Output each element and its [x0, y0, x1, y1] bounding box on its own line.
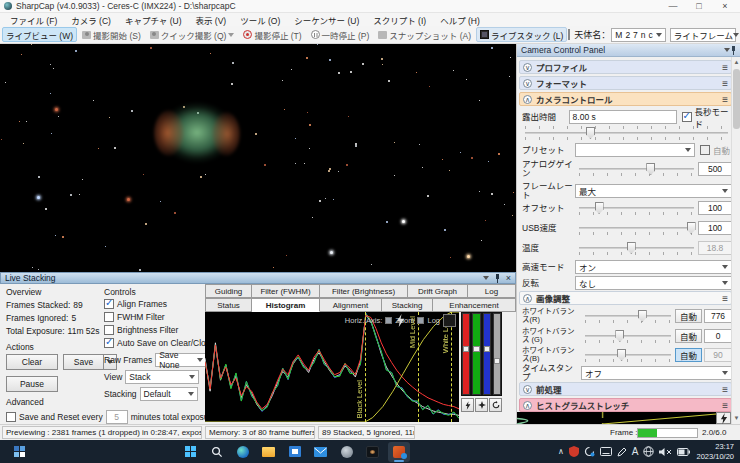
sharpcap-taskbar-button[interactable]	[388, 442, 410, 462]
network-globe-icon[interactable]	[643, 446, 654, 457]
star-adjust-button[interactable]	[475, 398, 488, 412]
exposure-slider[interactable]	[525, 125, 728, 141]
section-menu-icon[interactable]: ≡	[722, 293, 728, 304]
maximize-button[interactable]: □	[688, 0, 710, 12]
menu-camera[interactable]: カメラ (C)	[65, 14, 117, 26]
tab-histogram[interactable]: Histogram	[252, 298, 320, 312]
color-swatch-button[interactable]	[568, 29, 570, 40]
menu-sequencer[interactable]: シーケンサー (U)	[288, 14, 365, 26]
exposure-input[interactable]: 8.00 s	[569, 110, 677, 124]
chevron-down-icon[interactable]	[483, 276, 489, 280]
green-level-bar[interactable]	[472, 313, 480, 395]
mail-button[interactable]	[310, 442, 332, 462]
live-stack-button[interactable]: ライブスタック (L)	[476, 27, 567, 42]
save-button[interactable]: Save	[63, 354, 103, 370]
menu-help[interactable]: ヘルプ (H)	[434, 14, 486, 26]
sync-icon[interactable]	[584, 446, 595, 457]
snapshot-button[interactable]: スナップショット (A)	[374, 27, 475, 42]
pen-icon[interactable]	[617, 447, 627, 457]
menu-view[interactable]: 表示 (V)	[189, 14, 232, 26]
menu-tools[interactable]: ツール (O)	[234, 14, 286, 26]
chevron-up-icon[interactable]: ∧	[523, 401, 532, 410]
minimize-button[interactable]: —	[662, 0, 684, 12]
keyboard-icon[interactable]	[600, 447, 612, 456]
section-menu-icon[interactable]: ≡	[722, 384, 728, 395]
wb-r-value[interactable]: 776	[704, 309, 732, 323]
menu-scripts[interactable]: スクリプト (I)	[367, 14, 432, 26]
tab-status[interactable]: Status	[205, 298, 252, 312]
volume-muted-icon[interactable]	[659, 447, 672, 457]
wb-r-slider[interactable]	[585, 308, 671, 324]
pause-stack-button[interactable]: Pause	[6, 376, 58, 392]
gain-value[interactable]: 500	[698, 162, 732, 176]
tab-filter-brightness[interactable]: Filter (Brightness)	[320, 284, 408, 298]
tab-enhancement[interactable]: Enhancement	[433, 298, 516, 312]
raw-frames-select[interactable]: Save None	[155, 353, 207, 367]
stacking-select[interactable]: Default	[140, 387, 198, 401]
live-stacking-titlebar[interactable]: Live Stacking ×	[0, 272, 516, 284]
section-menu-icon[interactable]: ≡	[722, 78, 728, 89]
wb-b-auto-button[interactable]: 自動	[675, 348, 702, 362]
section-image-adjust[interactable]: ∧ 画像調整 ≡	[519, 291, 732, 305]
wb-g-auto-button[interactable]: 自動	[675, 329, 702, 343]
chevron-down-icon[interactable]: ∨	[523, 385, 532, 394]
mid-level-line[interactable]	[418, 312, 419, 422]
stretch-preview[interactable]	[517, 412, 731, 424]
scroll-up-icon[interactable]: ▲	[732, 57, 740, 68]
pin-icon[interactable]	[494, 274, 501, 283]
menu-file[interactable]: ファイル (F)	[4, 14, 63, 26]
close-button[interactable]: ×	[714, 0, 736, 12]
red-level-bar[interactable]	[462, 313, 470, 395]
quick-capture-button[interactable]: クイック撮影 (Q)	[146, 27, 239, 42]
white-level-line[interactable]	[451, 312, 452, 422]
align-frames-checkbox[interactable]	[104, 299, 114, 309]
long-exposure-checkbox[interactable]	[682, 112, 692, 122]
brightness-filter-checkbox[interactable]	[104, 325, 114, 335]
blue-level-bar[interactable]	[483, 313, 491, 395]
chevron-up-icon[interactable]: ∧	[523, 95, 532, 104]
timestamp-select[interactable]: オフ	[581, 366, 732, 380]
target-name-select[interactable]: M27nc	[611, 28, 666, 42]
fwhm-filter-checkbox[interactable]	[104, 312, 114, 322]
stop-capture-button[interactable]: 撮影停止 (T)	[239, 27, 305, 42]
pause-button[interactable]: 一時停止 (P)	[307, 27, 374, 42]
reset-levels-button[interactable]	[489, 398, 502, 412]
start-button[interactable]	[180, 442, 202, 462]
chevron-up-icon[interactable]: ∧	[523, 294, 532, 303]
save-reset-checkbox[interactable]	[6, 412, 16, 422]
auto-stretch-button[interactable]	[716, 412, 731, 424]
section-menu-icon[interactable]: ≡	[722, 94, 728, 105]
usb-speed-slider[interactable]	[579, 220, 694, 236]
tab-drift-graph[interactable]: Drift Graph	[408, 284, 468, 298]
gain-slider[interactable]	[579, 161, 694, 177]
usb-speed-value[interactable]: 100	[698, 221, 732, 235]
widgets-button[interactable]	[8, 442, 30, 462]
histogram-plot[interactable]: Black Level Mid Level White Level Horiz.…	[205, 312, 459, 422]
fast-mode-select[interactable]: オン	[575, 260, 732, 274]
section-menu-icon[interactable]: ≡	[722, 400, 728, 411]
tray-expand-icon[interactable]: ∧	[558, 447, 564, 456]
scrollbar-thumb[interactable]	[733, 69, 740, 129]
framerate-select[interactable]: 最大	[575, 184, 732, 198]
image-app-button[interactable]	[362, 442, 384, 462]
tab-log[interactable]: Log	[468, 284, 516, 298]
pin-icon[interactable]	[730, 46, 737, 55]
frame-type-select[interactable]: ライトフレーム	[670, 28, 736, 42]
close-icon[interactable]: ×	[506, 273, 511, 283]
live-view-button[interactable]: ライブビュー (W)	[2, 27, 77, 42]
battery-icon[interactable]	[677, 448, 690, 456]
auto-stretch-button[interactable]	[461, 398, 474, 412]
chevron-down-icon[interactable]: ∨	[523, 63, 532, 72]
ime-mode-indicator[interactable]: A	[632, 446, 639, 457]
live-image-view[interactable]	[0, 44, 516, 272]
offset-slider[interactable]	[579, 200, 694, 216]
taskbar-clock[interactable]: 23:17 2023/10/20	[696, 442, 734, 461]
chevron-down-icon[interactable]: ∨	[523, 79, 532, 88]
auto-stretch-button[interactable]	[443, 314, 456, 327]
menu-capture[interactable]: キャプチャ (U)	[119, 14, 188, 26]
section-profile[interactable]: ∨ プロファイル ≡	[519, 60, 732, 74]
flip-select[interactable]: なし	[575, 276, 732, 290]
clear-button[interactable]: Clear	[6, 354, 58, 370]
panel-scrollbar[interactable]: ▲ ▼	[731, 57, 740, 424]
tab-filter-fwhm[interactable]: Filter (FWHM)	[252, 284, 320, 298]
